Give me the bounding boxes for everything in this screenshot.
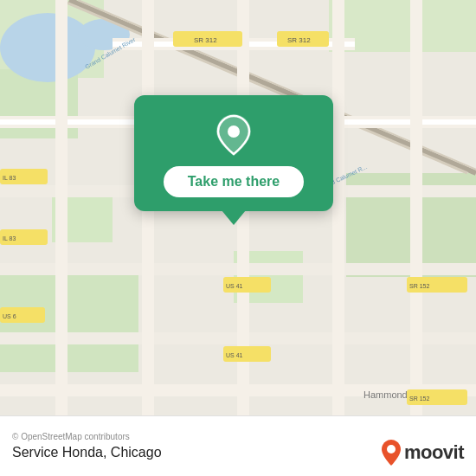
svg-point-48	[387, 445, 396, 453]
moovit-text: moovit	[404, 441, 464, 464]
svg-rect-25	[410, 0, 422, 415]
location-popup: Take me there	[134, 95, 333, 211]
svg-text:Hammond: Hammond	[363, 389, 408, 400]
bottom-bar: © OpenStreetMap contributors Service Hon…	[0, 415, 476, 476]
svg-point-47	[228, 125, 240, 138]
svg-point-8	[0, 13, 95, 82]
moovit-logo: moovit	[382, 440, 464, 466]
moovit-pin-icon	[382, 440, 401, 466]
svg-text:SR 312: SR 312	[194, 36, 217, 44]
svg-text:US 41: US 41	[226, 352, 243, 358]
svg-text:IL 83: IL 83	[3, 175, 16, 181]
location-pin-icon	[211, 113, 256, 158]
svg-text:US 6: US 6	[3, 313, 16, 319]
svg-text:IL 83: IL 83	[3, 235, 16, 241]
svg-text:SR 152: SR 152	[409, 396, 429, 402]
svg-text:SR 152: SR 152	[409, 283, 429, 289]
svg-text:SR 312: SR 312	[287, 36, 311, 44]
svg-text:US 41: US 41	[226, 283, 243, 289]
map-container[interactable]: SR 312 SR 312 IL 83 IL 83 US 6 US 41 US …	[0, 0, 476, 415]
svg-rect-21	[55, 0, 68, 415]
svg-rect-24	[332, 0, 344, 415]
take-me-there-button[interactable]: Take me there	[164, 166, 304, 197]
